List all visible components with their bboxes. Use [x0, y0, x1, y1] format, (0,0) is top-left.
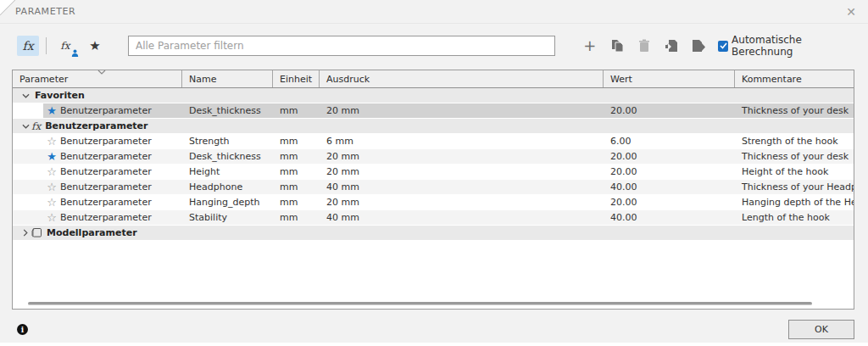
row-indent [13, 134, 43, 148]
column-header-wert[interactable]: Wert [604, 70, 735, 87]
value-cell[interactable]: 20.00 [604, 166, 735, 177]
expression-cell[interactable]: 20 mm [320, 105, 604, 116]
fx-user-icon: fx [60, 40, 70, 52]
parameter-row-strength[interactable]: ☆BenutzerparameterStrengthmm6 mm6.00Stre… [13, 134, 854, 149]
name-cell[interactable]: Desk_thickness [182, 105, 273, 116]
star-icon: ★ [89, 38, 100, 53]
name-cell[interactable]: Stability [182, 212, 273, 223]
expression-cell[interactable]: 6 mm [320, 136, 604, 147]
cube-icon [31, 227, 42, 238]
export-icon[interactable] [691, 39, 705, 53]
row-indent [13, 195, 43, 209]
comment-cell[interactable]: Strength of the hook [735, 136, 854, 147]
import-icon[interactable] [664, 39, 678, 53]
unit-cell[interactable]: mm [273, 151, 320, 162]
parameter-row-stability[interactable]: ☆BenutzerparameterStabilitymm40 mm40.00L… [13, 210, 854, 226]
column-header-kommentare[interactable]: Kommentare [735, 70, 854, 87]
action-icons: + [582, 39, 718, 53]
name-cell[interactable]: Strength [182, 136, 273, 147]
value-cell[interactable]: 6.00 [604, 136, 735, 147]
delete-icon[interactable] [637, 39, 651, 53]
chevron-down-icon[interactable] [19, 124, 31, 129]
favorite-star-filled-icon[interactable]: ★ [43, 150, 60, 164]
value-cell[interactable]: 40.00 [604, 212, 735, 223]
column-header-name[interactable]: Name [182, 70, 273, 87]
table-header: ParameterNameEinheitAusdruckWertKommenta… [13, 70, 854, 88]
expression-cell[interactable]: 40 mm [320, 181, 604, 193]
value-cell[interactable]: 20.00 [604, 151, 735, 162]
chevron-right-icon[interactable] [19, 229, 31, 237]
value-cell[interactable]: 40.00 [604, 181, 735, 193]
group-row-modellparameter[interactable]: Modellparameter [13, 226, 854, 241]
favorite-star-outline-icon[interactable]: ☆ [43, 181, 60, 194]
favorite-star-outline-icon[interactable]: ☆ [43, 135, 60, 148]
favorites-filter-button[interactable]: ★ [85, 36, 107, 56]
toolbar: fx fx ★ + [17, 35, 856, 57]
favorite-star-outline-icon[interactable]: ☆ [43, 196, 60, 209]
parameter-type-label: Benutzerparameter [60, 105, 152, 116]
unit-cell[interactable]: mm [273, 212, 320, 223]
checkbox-checked-icon[interactable] [718, 41, 728, 52]
filter-input[interactable] [128, 36, 555, 56]
comment-cell[interactable]: Length of the hook [735, 212, 854, 223]
horizontal-scrollbar[interactable] [13, 298, 854, 309]
row-indent [13, 210, 43, 225]
row-indent [13, 103, 43, 118]
expression-cell[interactable]: 20 mm [320, 166, 604, 177]
dialog-titlebar: PARAMETER ✕ [0, 0, 868, 24]
comment-cell[interactable]: Hanging depth of the Headp [735, 197, 854, 208]
parameter-dialog: PARAMETER ✕ fx fx ★ + [0, 0, 868, 343]
fx-icon: fx [31, 120, 41, 132]
parameter-type-label: Benutzerparameter [60, 151, 152, 162]
value-cell[interactable]: 20.00 [604, 197, 735, 208]
parameter-type-label: Benutzerparameter [60, 136, 152, 147]
comment-cell[interactable]: Thickness of your desk [735, 151, 854, 162]
parameter-row-height[interactable]: ☆BenutzerparameterHeightmm20 mm20.00Heig… [13, 165, 854, 180]
comment-cell[interactable]: Height of the hook [735, 166, 854, 177]
ok-button[interactable]: OK [788, 320, 854, 339]
row-indent [13, 180, 43, 194]
comment-cell[interactable]: Thickness of your desk [735, 105, 854, 116]
table-empty-area [13, 241, 854, 298]
chevron-down-icon[interactable] [19, 93, 31, 98]
unit-cell[interactable]: mm [273, 181, 320, 193]
unit-cell[interactable]: mm [273, 136, 320, 147]
auto-calc-toggle[interactable]: Automatische Berechnung [718, 34, 854, 58]
add-parameter-icon[interactable]: + [582, 39, 597, 53]
name-cell[interactable]: Hanging_depth [182, 197, 273, 208]
all-parameters-button[interactable]: fx [17, 36, 39, 56]
unit-cell[interactable]: mm [273, 166, 320, 177]
comment-cell[interactable]: Thickness of your Headphon [735, 181, 854, 193]
unit-cell[interactable]: mm [273, 105, 320, 116]
row-indent [13, 149, 43, 164]
user-person-icon [71, 49, 79, 57]
expression-cell[interactable]: 40 mm [320, 212, 604, 223]
parameter-type-label: Benutzerparameter [60, 197, 152, 208]
expression-cell[interactable]: 20 mm [320, 151, 604, 162]
name-cell[interactable]: Headphone [182, 181, 273, 193]
favorite-star-outline-icon[interactable]: ☆ [43, 211, 60, 225]
scrollbar-thumb[interactable] [28, 302, 812, 305]
group-row-benutzerparameter[interactable]: fxBenutzerparameter [13, 119, 854, 134]
parameter-row-hanging_depth[interactable]: ☆BenutzerparameterHanging_depthmm20 mm20… [13, 195, 854, 210]
parameter-row-desk_thickness[interactable]: ★BenutzerparameterDesk_thicknessmm20 mm2… [13, 149, 854, 165]
copy-icon[interactable] [609, 39, 624, 53]
column-header-einheit[interactable]: Einheit [273, 70, 320, 87]
name-cell[interactable]: Height [182, 166, 273, 177]
name-cell[interactable]: Desk_thickness [182, 151, 273, 162]
toolbar-separator [46, 37, 47, 54]
info-icon[interactable]: i [17, 324, 28, 335]
user-parameters-button[interactable]: fx [54, 36, 76, 56]
value-cell[interactable]: 20.00 [604, 105, 735, 116]
parameter-row-desk_thickness[interactable]: ★BenutzerparameterDesk_thicknessmm20 mm2… [13, 103, 854, 119]
group-row-favoriten[interactable]: Favoriten [13, 88, 854, 103]
favorite-star-outline-icon[interactable]: ☆ [43, 165, 60, 179]
unit-cell[interactable]: mm [273, 197, 320, 208]
dialog-footer: i OK [0, 316, 868, 343]
parameter-type-label: Benutzerparameter [60, 166, 152, 177]
column-header-ausdruck[interactable]: Ausdruck [320, 70, 604, 87]
favorite-star-filled-icon[interactable]: ★ [43, 104, 60, 118]
expression-cell[interactable]: 20 mm [320, 197, 604, 208]
parameter-row-headphone[interactable]: ☆BenutzerparameterHeadphonemm40 mm40.00T… [13, 180, 854, 195]
close-icon[interactable]: ✕ [843, 3, 860, 20]
